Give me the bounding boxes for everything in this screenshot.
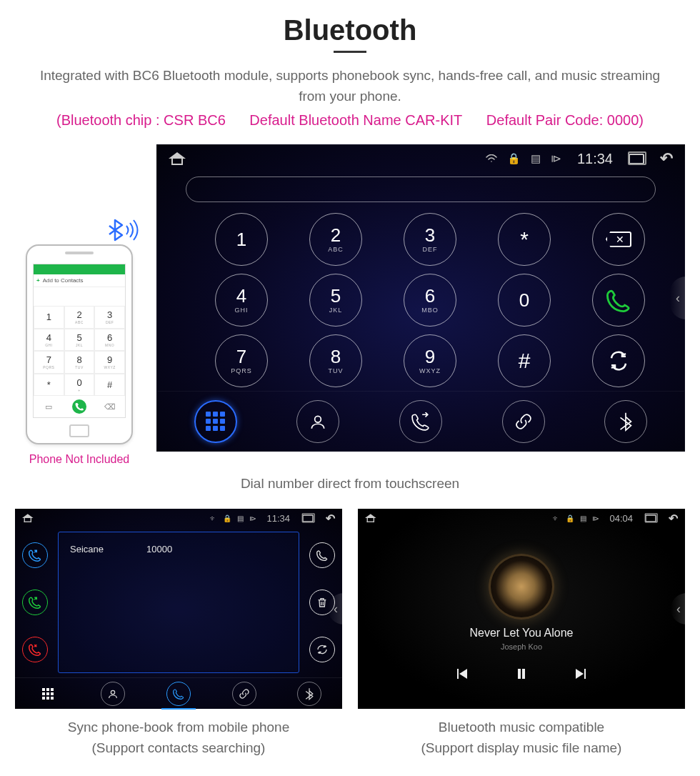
clock: 11:34 [266, 513, 290, 524]
dial-key-5[interactable]: 5JKL [309, 274, 362, 327]
wifi-icon [486, 154, 497, 163]
music-caption: Bluetooth music compatible (Support disp… [358, 717, 685, 758]
status-icons: ᯤ 🔒 ▤ ⧐ [210, 514, 256, 522]
wifi-icon: ᯤ [210, 514, 217, 522]
head-unit-music: ᯤ 🔒 ▤ ⧐ 04:04 ↶ Never Let You Alone Jose… [358, 509, 685, 709]
spec-chip: (Bluetooth chip : CSR BC6 [56, 112, 226, 128]
page-title: Bluetooth [11, 14, 689, 46]
dial-key-7[interactable]: 7PQRS [215, 334, 268, 387]
phone-key: 3DEF [94, 306, 125, 329]
outgoing-call-icon[interactable] [22, 590, 48, 615]
phone-key: 0+ [64, 374, 95, 397]
home-icon[interactable] [365, 514, 376, 522]
dial-key-*[interactable]: * [498, 213, 551, 266]
svg-point-1 [111, 690, 115, 694]
music-controls [453, 665, 590, 682]
delete-icon: ⌫ [103, 399, 117, 414]
tab-pair[interactable] [232, 682, 256, 706]
swap-key[interactable] [592, 334, 645, 387]
recents-icon[interactable] [302, 514, 313, 522]
bluetooth-status-icon: ⧐ [592, 514, 599, 522]
title-underline [334, 51, 366, 53]
dial-key-#[interactable]: # [498, 334, 551, 387]
sd-card-icon: ▤ [237, 514, 244, 522]
status-icons: ᯤ 🔒 ▤ ⧐ [553, 514, 599, 522]
sd-card-icon: ▤ [531, 152, 541, 165]
tab-pair[interactable] [502, 400, 545, 443]
call-key[interactable] [592, 274, 645, 327]
back-icon[interactable]: ↶ [660, 149, 673, 168]
status-bar: ᯤ 🔒 ▤ ⧐ 11:34 ↶ [15, 509, 342, 527]
tab-call-log[interactable] [399, 400, 442, 443]
phone-key: 6MNO [94, 329, 125, 352]
album-art [489, 554, 554, 620]
back-icon[interactable]: ↶ [669, 512, 678, 525]
contact-row[interactable]: Seicane 10000 [69, 539, 289, 559]
sd-card-icon: ▤ [580, 514, 586, 522]
phone-bottombar: ▭ ⌫ [34, 396, 125, 417]
tab-call-log[interactable] [166, 682, 191, 706]
home-icon[interactable] [22, 514, 34, 522]
back-icon[interactable]: ↶ [326, 512, 335, 525]
missed-call-icon[interactable] [22, 637, 48, 662]
bluetooth-status-icon: ⧐ [249, 514, 256, 522]
contacts-caption: Sync phone-book from mobile phone (Suppo… [15, 717, 342, 758]
dial-key-6[interactable]: 6MBO [404, 274, 456, 327]
play-pause-button[interactable] [513, 665, 530, 682]
recents-icon[interactable] [629, 154, 644, 164]
dial-key-1[interactable]: 1 [215, 213, 268, 266]
dial-key-2[interactable]: 2ABC [309, 213, 362, 266]
lock-icon: 🔒 [507, 152, 521, 165]
lock-icon: 🔒 [566, 514, 574, 522]
incoming-call-icon[interactable] [22, 542, 48, 568]
spec-line: (Bluetooth chip : CSR BC6 Default Blueto… [11, 112, 689, 129]
tab-bluetooth[interactable] [297, 682, 321, 706]
phone-note: Phone Not Included [29, 453, 130, 466]
phone-statusbar [34, 264, 125, 274]
side-drawer-handle[interactable]: ‹ [670, 277, 686, 319]
bottom-tabs [15, 677, 342, 709]
camera-icon: ▭ [41, 399, 56, 414]
recents-icon[interactable] [645, 514, 656, 522]
contacts-list[interactable]: Seicane 10000 [58, 532, 299, 673]
status-icons: 🔒 ▤ ⧐ [486, 152, 561, 165]
bluetooth-signal-icon [108, 209, 144, 244]
track-artist: Joseph Koo [501, 642, 542, 651]
head-unit-contacts: ᯤ 🔒 ▤ ⧐ 11:34 ↶ [15, 509, 342, 709]
phone-key: 2ABC [64, 306, 95, 329]
prev-track-button[interactable] [453, 665, 470, 682]
bluetooth-status-icon: ⧐ [551, 152, 561, 165]
delete-key[interactable]: ✕ [592, 213, 645, 266]
phone-add-contacts: +Add to Contacts [34, 274, 125, 287]
dial-key-3[interactable]: 3DEF [404, 213, 456, 266]
tab-keypad[interactable] [36, 682, 60, 706]
home-icon[interactable] [169, 152, 186, 165]
sync-contacts-icon[interactable] [309, 637, 335, 662]
head-unit-dialer: 🔒 ▤ ⧐ 11:34 ↶ 12ABC3DEF*✕4GHI5JKL6MBO07P… [156, 144, 685, 452]
tab-contacts[interactable] [101, 682, 125, 706]
phone-keypad: 12ABC3DEF4GHI5JKL6MNO7PQRS8TUV9WXYZ*0+# [34, 306, 125, 396]
lock-icon: 🔒 [223, 514, 231, 522]
phone-key: 4GHI [34, 329, 64, 352]
bottom-tabs [157, 391, 684, 451]
clock: 04:04 [609, 513, 633, 524]
next-track-button[interactable] [573, 665, 590, 682]
tab-keypad[interactable] [194, 400, 237, 443]
tab-bluetooth[interactable] [604, 400, 647, 443]
dial-key-4[interactable]: 4GHI [215, 274, 268, 327]
phone-key: 8TUV [64, 351, 95, 374]
phone-key: 5JKL [64, 329, 95, 352]
spec-code: Default Pair Code: 0000) [486, 112, 644, 128]
contact-name: Seicane [70, 544, 104, 554]
dial-contact-icon[interactable] [309, 542, 335, 568]
dial-key-0[interactable]: 0 [498, 274, 551, 327]
phone-number-field [34, 287, 125, 306]
number-input[interactable] [186, 176, 656, 202]
dial-key-8[interactable]: 8TUV [309, 334, 362, 387]
dialer-caption: Dial number direct from touchscreen [11, 476, 689, 492]
phone-key: 7PQRS [34, 351, 64, 374]
phone-key: * [34, 374, 64, 397]
dial-key-9[interactable]: 9WXYZ [404, 334, 456, 387]
tab-contacts[interactable] [296, 400, 339, 443]
svg-point-0 [315, 416, 321, 422]
